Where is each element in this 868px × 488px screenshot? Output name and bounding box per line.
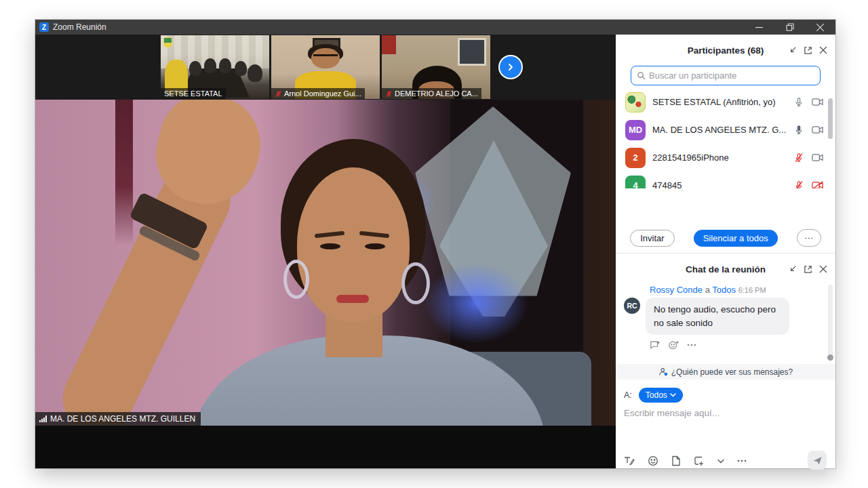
restore-button[interactable] <box>774 20 805 35</box>
mic-muted-icon <box>794 180 804 188</box>
add-reaction-icon[interactable] <box>669 340 679 350</box>
main-video-name: MA. DE LOS ANGELES MTZ. GUILLEN <box>50 414 195 424</box>
participant-row[interactable]: SETSE ESTATAL (Anfitrión, yo) <box>616 88 835 116</box>
mute-all-button[interactable]: Silenciar a todos <box>694 230 778 247</box>
participant-row[interactable]: 4 474845 <box>616 171 835 188</box>
chat-message-header: Rossy Conde a Todos 6:16 PM <box>650 285 835 295</box>
chat-message-input[interactable] <box>624 408 821 418</box>
recipient-value: Todos <box>646 390 667 400</box>
thumbnail-name: Arnol Dominguez Gui... <box>284 89 361 98</box>
popout-panel-button[interactable] <box>804 46 812 55</box>
mic-on-icon <box>794 97 804 107</box>
participant-name: MA. DE LOS ANGELES MTZ. G... <box>652 125 787 135</box>
collapse-chat-button[interactable] <box>788 265 797 274</box>
format-text-icon[interactable] <box>624 455 635 466</box>
send-message-button[interactable] <box>808 451 827 470</box>
invite-button[interactable]: Invitar <box>630 230 674 247</box>
side-panel: Participantes (68) <box>616 35 835 468</box>
participant-search-input[interactable] <box>649 70 814 81</box>
wall-post <box>115 100 133 245</box>
collapse-panel-button[interactable] <box>788 46 797 55</box>
sender-name: Rossy Conde <box>650 285 703 295</box>
titlebar: Z Zoom Reunión <box>35 20 835 35</box>
video-thumbnail-demetrio[interactable]: DEMETRIO ALEJO CA... <box>382 35 490 99</box>
chat-title: Chat de la reunión <box>686 264 766 274</box>
main-video[interactable]: MA. DE LOS ANGELES MTZ. GUILLEN <box>35 100 616 426</box>
participants-footer: Invitar Silenciar a todos ··· <box>616 223 835 253</box>
reply-icon[interactable] <box>650 340 660 350</box>
chevron-down-icon[interactable] <box>717 459 724 464</box>
avatar: 4 <box>625 176 646 189</box>
red-object <box>382 35 396 54</box>
person-silhouette <box>248 64 262 82</box>
person-silhouette <box>219 58 231 73</box>
chat-scrollbar[interactable] <box>828 285 833 359</box>
mic-muted-icon <box>385 90 393 98</box>
popout-chat-button[interactable] <box>804 265 812 274</box>
chevron-right-icon <box>506 62 515 72</box>
thumbnail-name-label: DEMETRIO ALEJO CA... <box>382 88 481 99</box>
message-time: 6:16 PM <box>738 286 766 294</box>
participants-scrollbar[interactable] <box>828 98 833 139</box>
mic-muted-icon <box>275 90 282 98</box>
close-panel-button[interactable] <box>819 46 827 54</box>
setse-logo-badge <box>163 37 172 47</box>
avatar: MD <box>625 120 646 140</box>
person-silhouette <box>235 61 247 76</box>
room-window <box>458 38 486 66</box>
participant-name: SETSE ESTATAL (Anfitrión, yo) <box>652 97 787 107</box>
eye <box>365 243 385 249</box>
avatar <box>625 92 646 113</box>
person-silhouette <box>189 61 201 76</box>
toolbar-more-icon[interactable] <box>737 460 747 462</box>
mic-muted-icon <box>794 152 804 163</box>
zoom-window: Z Zoom Reunión <box>35 20 835 468</box>
camera-on-icon <box>812 125 823 134</box>
chat-panel: Chat de la reunión <box>616 259 835 473</box>
privacy-note-text: ¿Quién puede ver sus mensajes? <box>671 367 793 377</box>
emoji-icon[interactable] <box>648 455 658 466</box>
search-icon <box>637 71 646 80</box>
chat-message: RC No tengo audio, escucho pero no sale … <box>616 298 835 335</box>
close-chat-button[interactable] <box>819 265 827 273</box>
file-icon[interactable] <box>671 455 681 466</box>
send-to-row: A: Todos <box>624 388 683 403</box>
chevron-down-icon <box>670 393 676 397</box>
blue-light-glow <box>415 256 537 350</box>
recipient-dropdown[interactable]: Todos <box>639 388 683 403</box>
window-title: Zoom Reunión <box>53 22 106 32</box>
recipient-name: Todos <box>712 285 736 295</box>
next-videos-button[interactable] <box>500 56 521 78</box>
lips <box>336 295 369 303</box>
message-bubble[interactable]: No tengo audio, escucho pero no sale son… <box>646 298 789 335</box>
letterbox-strip <box>35 426 616 468</box>
participants-panel: Participantes (68) <box>616 35 835 253</box>
sender-avatar: RC <box>624 298 640 314</box>
screenshot-icon[interactable] <box>694 455 705 466</box>
video-thumbnail-arnol[interactable]: Arnol Dominguez Gui... <box>271 35 380 99</box>
participant-row[interactable]: 2 2281541965iPhone <box>616 144 835 171</box>
camera-on-icon <box>812 153 823 162</box>
person-glasses <box>313 54 337 56</box>
signal-strength-icon <box>39 415 47 422</box>
video-area: SETSE ESTATAL <box>35 35 616 468</box>
more-options-button[interactable]: ··· <box>797 229 821 247</box>
camera-off-icon <box>812 181 823 188</box>
thumbnail-name-label: Arnol Dominguez Gui... <box>271 88 365 99</box>
participant-row[interactable]: MD MA. DE LOS ANGELES MTZ. G... <box>616 116 835 144</box>
message-actions <box>650 340 835 350</box>
avatar: 2 <box>625 148 646 168</box>
video-thumbnail-setse[interactable]: SETSE ESTATAL <box>161 35 269 99</box>
minimize-button[interactable] <box>744 20 774 35</box>
participant-search-box <box>631 66 821 85</box>
message-more-icon[interactable] <box>687 344 696 346</box>
participant-name: 474845 <box>652 180 787 188</box>
close-window-button[interactable] <box>805 20 835 35</box>
chat-scroll-thumb[interactable] <box>827 354 833 361</box>
thumbnail-name-label: SETSE ESTATAL <box>161 88 226 99</box>
privacy-note-bar[interactable]: ¿Quién puede ver sus mensajes? <box>616 364 835 380</box>
participants-title: Participantes (68) <box>688 45 764 56</box>
connector-word: a <box>705 285 710 295</box>
to-label: A: <box>624 390 632 400</box>
mic-on-icon <box>794 125 804 135</box>
